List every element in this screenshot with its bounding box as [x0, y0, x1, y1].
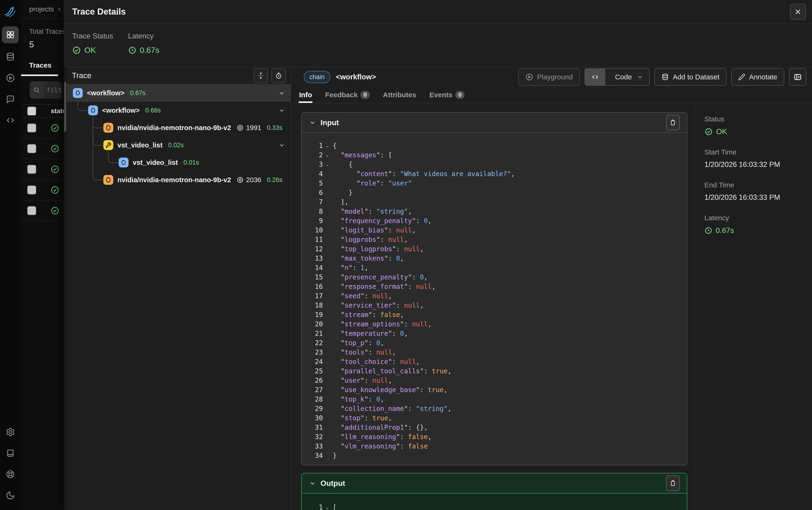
span-row-name: vst_video_list: [117, 141, 163, 149]
latency-toggle-button[interactable]: [271, 68, 286, 83]
clock-icon: [704, 227, 713, 235]
annotate-button[interactable]: Annotate: [731, 68, 784, 86]
fold-spacer: [323, 455, 332, 456]
row-checkbox[interactable]: [27, 206, 36, 215]
span-content-scroll[interactable]: Input 1{2 "messages": [3 {4 "content": "…: [291, 103, 695, 510]
pencil-icon: [738, 73, 745, 81]
fold-chevron-icon[interactable]: [323, 143, 332, 149]
background-scrollbar[interactable]: [64, 67, 67, 510]
copy-icon: [669, 119, 676, 126]
row-checkbox[interactable]: [27, 123, 36, 132]
nav-code-icon[interactable]: [3, 113, 18, 128]
traces-table-header: statu: [21, 104, 64, 118]
trace-row[interactable]: [21, 201, 64, 221]
nav-grid-icon[interactable]: [2, 26, 19, 43]
copy-output-button[interactable]: [666, 476, 680, 491]
toggle-side-panel-button[interactable]: [789, 68, 806, 86]
code-line: 34}: [308, 451, 687, 460]
breadcrumb[interactable]: projects: [21, 0, 64, 19]
tree-row-llm[interactable]: nvidia/nvidia-nemotron-nano-9b-v220360.2…: [67, 171, 291, 188]
span-row-name: nvidia/nvidia-nemotron-nano-9b-v2: [117, 176, 231, 184]
trace-latency-value: 0.67s: [140, 46, 159, 55]
row-checkbox[interactable]: [27, 144, 36, 153]
fold-chevron-icon[interactable]: [323, 152, 332, 158]
dark-mode-moon-icon[interactable]: [3, 488, 18, 503]
collapse-chevron-icon[interactable]: [279, 142, 285, 148]
docs-book-icon[interactable]: [3, 446, 18, 461]
collapse-chevron-icon[interactable]: [279, 90, 285, 96]
nav-play-circle-icon[interactable]: [3, 70, 18, 86]
collapse-chevron-icon[interactable]: [279, 107, 285, 114]
trace-tree-title: Trace: [72, 71, 91, 80]
span-row-name: nvidia/nvidia-nemotron-nano-9b-v2: [117, 124, 231, 132]
chevron-down-icon: [309, 480, 316, 486]
nav-chat-icon[interactable]: [3, 92, 18, 107]
trace-tree-header: Trace: [67, 67, 291, 84]
copy-input-button[interactable]: [666, 115, 680, 130]
llm-span-icon: [104, 123, 113, 133]
fold-spacer: [323, 182, 332, 184]
trace-row[interactable]: [21, 139, 64, 159]
tree-row-chain[interactable]: <workflow>0.66s: [67, 102, 291, 119]
trace-row[interactable]: [21, 118, 64, 139]
tree-row-tool[interactable]: vst_video_list0.02s: [67, 137, 291, 154]
fold-chevron-icon[interactable]: [323, 161, 332, 168]
fold-spacer: [323, 408, 332, 410]
input-panel-header[interactable]: Input: [302, 113, 687, 133]
tree-row-chain[interactable]: vst_video_list0.01s: [67, 154, 291, 171]
token-count: 1991: [237, 124, 261, 132]
output-panel: Output 1[: [301, 473, 687, 510]
nav-database-icon[interactable]: [3, 49, 18, 64]
support-lifebuoy-icon[interactable]: [3, 467, 18, 482]
input-json[interactable]: 1{2 "messages": [3 {4 "content": "What v…: [302, 133, 687, 465]
fold-chevron-icon[interactable]: [323, 504, 332, 510]
code-line: 20 "stream_options": null,: [308, 319, 687, 329]
tool-span-icon: [104, 140, 113, 150]
play-circle-icon: [525, 73, 533, 81]
phoenix-logo[interactable]: [3, 5, 17, 18]
status-ok-icon: [50, 185, 60, 194]
select-all-checkbox[interactable]: [27, 107, 36, 116]
input-title: Input: [320, 118, 339, 127]
expand-collapse-all-button[interactable]: [254, 68, 268, 83]
tab-traces[interactable]: Traces: [29, 61, 64, 69]
input-panel: Input 1{2 "messages": [3 {4 "content": "…: [301, 112, 687, 466]
tab-feedback[interactable]: Feedback0: [325, 87, 370, 103]
output-panel-header[interactable]: Output: [302, 473, 687, 493]
fold-spacer: [323, 445, 332, 447]
tab-attributes[interactable]: Attributes: [383, 87, 416, 103]
trace-row[interactable]: [21, 159, 64, 180]
settings-gear-icon[interactable]: [3, 424, 18, 440]
add-to-dataset-button[interactable]: Add to Dataset: [654, 68, 726, 86]
trace-status-stat: Trace Status OK: [72, 24, 128, 67]
breadcrumb-projects[interactable]: projects: [29, 5, 54, 13]
fold-spacer: [323, 267, 332, 269]
code-line: 28 "top_k": 0,: [308, 394, 687, 404]
code-line: 8 "model": "string",: [308, 207, 687, 216]
output-json[interactable]: 1[: [302, 493, 687, 510]
row-checkbox[interactable]: [27, 165, 36, 174]
total-traces-stat: Total Traces 5: [21, 19, 64, 50]
tree-row-chain[interactable]: <workflow>0.67s: [67, 84, 291, 102]
tree-row-llm[interactable]: nvidia/nvidia-nemotron-nano-9b-v219910.3…: [67, 119, 291, 137]
playground-button[interactable]: Playground: [518, 68, 580, 86]
fold-spacer: [323, 295, 332, 297]
span-duration: 0.66s: [145, 107, 161, 114]
code-button[interactable]: Code: [585, 68, 650, 86]
scrollbar-thumb[interactable]: [64, 82, 66, 132]
trace-latency-label: Latency: [128, 32, 184, 40]
fold-spacer: [323, 389, 332, 391]
filter-placeholder: filt: [44, 81, 62, 99]
code-line: 27 "use_knowledge_base": true,: [308, 385, 687, 394]
tab-info[interactable]: Info: [299, 87, 312, 103]
tab-count-badge: 0: [360, 91, 370, 99]
trace-tree-pane: Trace <workflow: [64, 67, 291, 510]
span-duration: 0.02s: [168, 142, 184, 149]
fold-spacer: [323, 370, 332, 372]
trace-filter-input[interactable]: filt: [30, 81, 62, 99]
tab-events[interactable]: Events0: [429, 87, 464, 103]
close-button[interactable]: [790, 4, 806, 20]
app-window: projects Total Traces 5 Traces filt stat…: [0, 0, 812, 510]
trace-row[interactable]: [21, 180, 64, 201]
row-checkbox[interactable]: [27, 185, 36, 194]
